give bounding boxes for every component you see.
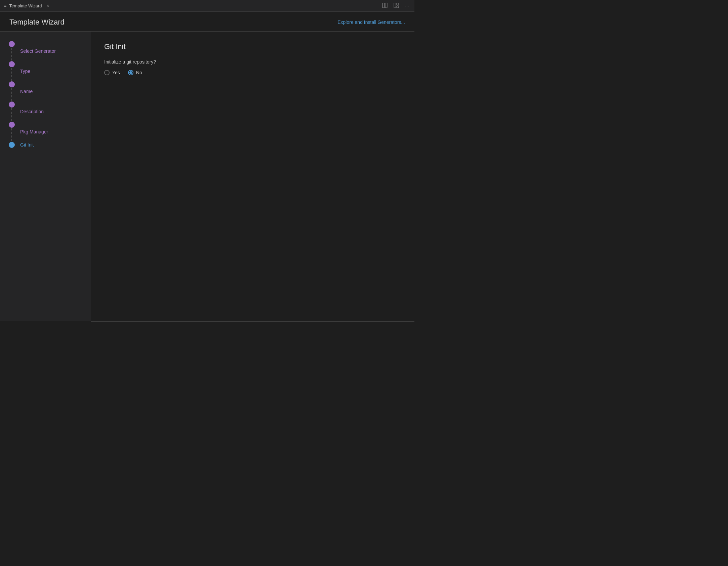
step-label-name: Name bbox=[20, 89, 33, 94]
titlebar-right: ··· bbox=[381, 2, 410, 10]
main-header: Template Wizard Explore and Install Gene… bbox=[0, 12, 414, 32]
step-item-description[interactable]: Description bbox=[8, 102, 83, 122]
step-connector-2 bbox=[8, 61, 15, 81]
step-label-pkg-manager: Pkg Manager bbox=[20, 129, 48, 134]
radio-label-yes: Yes bbox=[112, 70, 120, 75]
svg-rect-4 bbox=[397, 6, 399, 8]
step-item-pkg-manager[interactable]: Pkg Manager bbox=[8, 122, 83, 142]
layout-button[interactable] bbox=[392, 2, 400, 10]
step-connector-4 bbox=[8, 102, 15, 122]
step-label-type: Type bbox=[20, 69, 30, 74]
step-line-1 bbox=[11, 48, 12, 60]
content-area: Select Generator Type Name bbox=[0, 32, 414, 321]
step-item-git-init[interactable]: Git Init bbox=[8, 142, 83, 148]
step-list: Select Generator Type Name bbox=[8, 41, 83, 148]
step-label-git-init: Git Init bbox=[20, 142, 34, 148]
step-dot-type bbox=[9, 61, 15, 67]
step-line-3 bbox=[11, 88, 12, 101]
svg-rect-2 bbox=[394, 3, 396, 8]
radio-group: Yes No bbox=[104, 70, 401, 75]
step-connector-6 bbox=[8, 142, 15, 148]
page-title: Template Wizard bbox=[9, 18, 65, 27]
svg-rect-0 bbox=[382, 3, 385, 8]
step-dot-git-init bbox=[9, 142, 15, 148]
radio-label-no: No bbox=[136, 70, 142, 75]
titlebar: ≡ Template Wizard × ··· bbox=[0, 0, 414, 12]
radio-option-no[interactable]: No bbox=[128, 70, 142, 75]
step-title: Git Init bbox=[104, 42, 401, 51]
step-item-select-generator[interactable]: Select Generator bbox=[8, 41, 83, 61]
titlebar-title: Template Wizard bbox=[9, 3, 42, 8]
question-label: Initialize a git repository? bbox=[104, 59, 401, 65]
step-dot-description bbox=[9, 102, 15, 108]
titlebar-left: ≡ Template Wizard × bbox=[4, 3, 49, 8]
step-line-4 bbox=[11, 108, 12, 121]
radio-option-yes[interactable]: Yes bbox=[104, 70, 120, 75]
svg-rect-3 bbox=[397, 3, 399, 5]
step-connector-3 bbox=[8, 81, 15, 102]
stepper-sidebar: Select Generator Type Name bbox=[0, 32, 91, 321]
step-dot-pkg-manager bbox=[9, 122, 15, 128]
close-button[interactable]: × bbox=[46, 3, 49, 8]
radio-circle-yes bbox=[104, 70, 110, 75]
step-line-5 bbox=[11, 128, 12, 141]
step-item-type[interactable]: Type bbox=[8, 61, 83, 81]
split-editor-button[interactable] bbox=[381, 2, 389, 10]
step-connector-1 bbox=[8, 41, 15, 61]
step-dot-name bbox=[9, 81, 15, 87]
menu-icon[interactable]: ≡ bbox=[4, 3, 7, 8]
radio-circle-no bbox=[128, 70, 133, 75]
step-label-description: Description bbox=[20, 109, 44, 114]
step-item-name[interactable]: Name bbox=[8, 81, 83, 102]
more-actions-button[interactable]: ··· bbox=[404, 2, 410, 9]
step-connector-5 bbox=[8, 122, 15, 142]
step-dot-select-generator bbox=[9, 41, 15, 47]
explore-generators-link[interactable]: Explore and Install Generators... bbox=[337, 19, 405, 25]
footer: ‹ Back Next › bbox=[91, 321, 414, 322]
step-line-2 bbox=[11, 68, 12, 81]
step-label-select-generator: Select Generator bbox=[20, 48, 56, 54]
svg-rect-1 bbox=[385, 3, 387, 8]
main-panel: Git Init Initialize a git repository? Ye… bbox=[91, 32, 414, 321]
